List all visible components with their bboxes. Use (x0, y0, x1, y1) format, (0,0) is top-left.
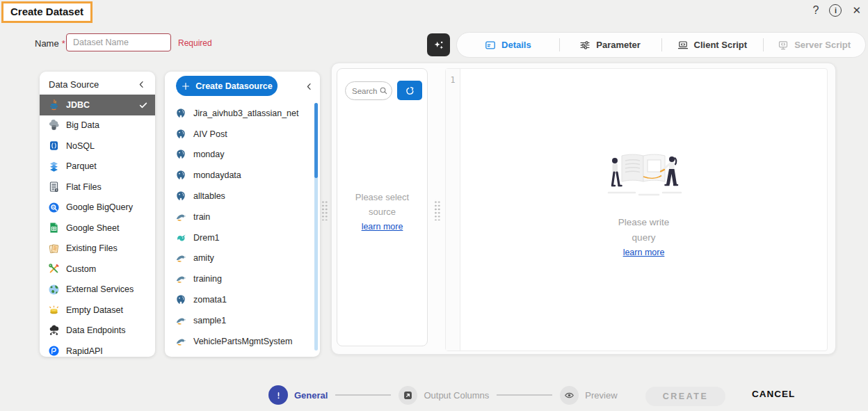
refresh-icon (405, 86, 415, 96)
datasource-list: Jira_aivhub3_atlassian_netAIV Postmonday… (165, 103, 312, 354)
scrollbar-track[interactable] (314, 103, 318, 350)
search-icon (379, 86, 388, 95)
google-bigquery-icon (48, 202, 60, 213)
datasource-item-vehiclepartsmgmtsystem[interactable]: VehiclePartsMgmtSystem (165, 331, 312, 352)
data-source-item-data-endpoints[interactable]: Data Endpoints (40, 321, 155, 341)
data-source-panel-title: Data Source (49, 79, 99, 90)
flat-files-icon (48, 181, 60, 193)
preview-eye-icon (560, 386, 579, 405)
scrollbar-thumb[interactable] (314, 103, 318, 178)
postgresql-icon (175, 294, 186, 305)
required-asterisk: * (62, 38, 65, 49)
stepper-connector (335, 394, 391, 396)
tab-server-script[interactable]: Server Script (763, 33, 865, 57)
collapse-chevron-icon[interactable] (137, 80, 146, 89)
nosql-icon (48, 140, 60, 152)
search-input[interactable] (352, 87, 378, 95)
line-number: 1 (451, 75, 456, 85)
big-data-icon (48, 120, 60, 131)
data-source-item-external-services[interactable]: External Services (40, 280, 155, 300)
panel-resize-handle[interactable] (433, 200, 440, 220)
exclamation-icon (268, 385, 288, 405)
data-source-item-existing-files[interactable]: Existing Files (40, 239, 155, 259)
datasource-item-mondaydata[interactable]: mondaydata (165, 165, 312, 186)
custom-icon (48, 263, 60, 275)
step-output-columns[interactable]: Output Columns (399, 386, 489, 405)
data-source-item-jdbc[interactable]: JDBC (40, 95, 155, 115)
parameter-icon (579, 40, 590, 51)
datasource-item-jira-aivhub3-atlassian-net[interactable]: Jira_aivhub3_atlassian_net (165, 103, 312, 124)
google-sheet-icon (48, 222, 60, 234)
create-button[interactable]: CREATE (645, 387, 725, 406)
jdbc-icon (48, 99, 60, 111)
server-script-icon (778, 40, 789, 51)
source-learn-more-link[interactable]: learn more (362, 220, 403, 234)
datasource-item-drem1[interactable]: Drem1 (165, 227, 312, 248)
dialog-title: Create Dataset (1, 1, 93, 23)
empty-query-illustration (460, 144, 827, 202)
tab-parameter[interactable]: Parameter (559, 33, 661, 57)
postgresql-icon (175, 170, 186, 181)
mysql-icon (175, 273, 186, 284)
mysql-icon (175, 315, 186, 326)
collapse-chevron-icon[interactable] (305, 82, 314, 91)
datasource-item-training[interactable]: training (165, 268, 312, 289)
source-select-panel: Please select source learn more (337, 68, 428, 346)
query-learn-more-link[interactable]: learn more (623, 248, 665, 257)
help-icon[interactable]: ? (813, 4, 819, 17)
dataset-name-input[interactable] (66, 33, 171, 51)
data-source-item-custom[interactable]: Custom (40, 259, 155, 280)
required-hint: Required (178, 38, 212, 48)
datasource-item-aiv-post[interactable]: AIV Post (165, 124, 312, 145)
tab-details[interactable]: Details (457, 33, 559, 57)
mysql-icon (175, 211, 186, 223)
tab-bar: DetailsParameterClient ScriptServer Scri… (456, 32, 866, 58)
data-source-item-nosql[interactable]: NoSQL (40, 136, 155, 156)
existing-files-icon (48, 243, 60, 255)
stepper: GeneralOutput ColumnsPreview (268, 385, 618, 405)
ai-assistant-button[interactable] (427, 33, 450, 56)
create-datasource-button[interactable]: Create Datasource (176, 76, 278, 96)
empty-dataset-icon (48, 304, 60, 316)
cancel-button[interactable]: CANCEL (752, 389, 795, 399)
stepper-connector (497, 394, 552, 396)
refresh-button[interactable] (397, 81, 422, 100)
data-source-item-empty-dataset[interactable]: Empty Dataset (40, 300, 155, 321)
data-source-item-google-bigquery[interactable]: Google BigQuery (40, 198, 155, 218)
step-general[interactable]: General (268, 385, 328, 405)
panel-resize-handle[interactable] (321, 200, 328, 220)
mysql-icon (175, 252, 186, 264)
data-source-item-google-sheet[interactable]: Google Sheet (40, 218, 155, 239)
rapidapi-icon (48, 345, 60, 357)
datasource-item-monday[interactable]: monday (165, 145, 312, 166)
datasource-item-train[interactable]: train (165, 207, 312, 227)
datasource-item-sample1[interactable]: sample1 (165, 310, 312, 331)
data-source-item-big-data[interactable]: Big Data (40, 115, 155, 136)
data-source-item-parquet[interactable]: Parquet (40, 156, 155, 177)
data-source-list: JDBCBig DataNoSQLParquetFlat FilesGoogle… (40, 95, 155, 357)
postgresql-icon (175, 108, 186, 119)
check-icon (138, 100, 148, 110)
details-icon (485, 40, 496, 51)
empty-query-message: Please write query (460, 215, 827, 245)
query-editor[interactable]: 1 Plea (445, 68, 828, 351)
datasource-item-alltables[interactable]: alltables (165, 186, 312, 207)
plus-icon (181, 81, 191, 91)
data-source-panel: Data Source JDBCBig DataNoSQLParquetFlat… (40, 72, 155, 357)
empty-source-message: Please select source (337, 190, 427, 219)
datasource-item-amity[interactable]: amity (165, 248, 312, 269)
parquet-icon (48, 161, 60, 172)
postgresql-icon (175, 129, 186, 140)
search-box[interactable] (345, 81, 392, 100)
data-source-item-rapidapi[interactable]: RapidAPI (40, 341, 155, 357)
close-icon[interactable]: ✕ (852, 4, 861, 17)
window-controls: ? i ✕ (813, 4, 861, 17)
step-preview[interactable]: Preview (560, 386, 617, 405)
mysql-icon (175, 336, 186, 347)
tab-client-script[interactable]: Client Script (661, 33, 764, 57)
external-services-icon (48, 284, 60, 296)
data-source-item-flat-files[interactable]: Flat Files (40, 177, 155, 198)
datasource-item-zomata1[interactable]: zomata1 (165, 289, 312, 310)
info-icon[interactable]: i (829, 4, 842, 17)
output-columns-icon (399, 386, 417, 405)
